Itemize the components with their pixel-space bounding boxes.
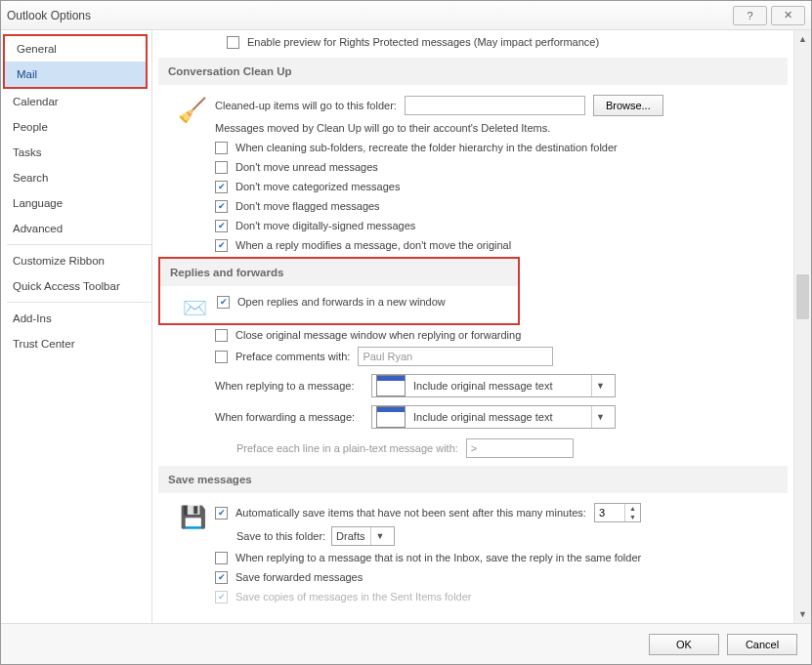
scroll-up-icon[interactable]: ▲ — [794, 30, 811, 48]
nav-advanced[interactable]: Advanced — [1, 216, 151, 241]
cleanup-cb3[interactable] — [215, 181, 228, 193]
help-button[interactable]: ? — [733, 6, 767, 25]
broom-icon: 🧹 — [178, 97, 207, 124]
when-forward-select[interactable]: Include original message text ▼ — [371, 405, 616, 429]
browse-button[interactable]: Browse... — [593, 95, 663, 116]
cleanup-note: Messages moved by Clean Up will go to th… — [215, 122, 550, 134]
nav-language[interactable]: Language — [1, 190, 151, 216]
reply-include-icon — [376, 375, 406, 396]
nav-mail[interactable]: Mail — [5, 62, 146, 87]
nav-customize-ribbon[interactable]: Customize Ribbon — [1, 248, 151, 273]
enable-preview-checkbox[interactable] — [227, 36, 239, 49]
cleanup-folder-label: Cleaned-up items will go to this folder: — [215, 100, 397, 111]
cleanup-cb1[interactable] — [215, 142, 228, 154]
section-cleanup-header: Conversation Clean Up — [158, 58, 788, 85]
cleanup-folder-input[interactable] — [405, 96, 585, 115]
nav-search[interactable]: Search — [1, 165, 151, 190]
save-forwarded-checkbox[interactable] — [215, 571, 228, 584]
enable-preview-label: Enable preview for Rights Protected mess… — [247, 36, 599, 48]
nav-calendar[interactable]: Calendar — [1, 89, 151, 114]
save-folder-select[interactable]: Drafts ▼ — [331, 526, 395, 546]
nav-people[interactable]: People — [1, 114, 151, 140]
chevron-down-icon: ▼ — [370, 527, 388, 545]
open-new-window-checkbox[interactable] — [217, 296, 230, 309]
auto-save-checkbox[interactable] — [215, 507, 228, 520]
minutes-input[interactable] — [595, 504, 624, 521]
options-window: Outlook Options ? ✕ General Mail Calenda… — [0, 0, 812, 665]
when-reply-label: When replying to a message: — [215, 380, 371, 392]
scroll-down-icon[interactable]: ▼ — [794, 605, 811, 623]
content-pane: Enable preview for Rights Protected mess… — [152, 30, 811, 623]
close-original-checkbox[interactable] — [215, 329, 228, 342]
category-sidebar: General Mail Calendar People Tasks Searc… — [1, 30, 152, 623]
same-folder-checkbox[interactable] — [215, 552, 228, 564]
dialog-footer: OK Cancel — [1, 623, 811, 664]
preface-comments-checkbox[interactable] — [215, 351, 228, 363]
when-forward-label: When forwarding a message: — [215, 411, 371, 423]
nav-general[interactable]: General — [5, 36, 146, 62]
nav-tasks[interactable]: Tasks — [1, 140, 151, 165]
ok-button[interactable]: OK — [649, 634, 719, 655]
minutes-spinner[interactable]: ▲▼ — [594, 503, 641, 522]
titlebar: Outlook Options ? ✕ — [1, 1, 811, 30]
preface-line-input — [466, 438, 574, 458]
cleanup-cb5[interactable] — [215, 220, 228, 232]
save-folder-label: Save to this folder: — [236, 530, 325, 542]
when-reply-select[interactable]: Include original message text ▼ — [371, 374, 616, 397]
forward-include-icon — [376, 406, 406, 428]
chevron-down-icon: ▼ — [591, 406, 609, 428]
cleanup-cb2[interactable] — [215, 161, 228, 174]
window-title: Outlook Options — [7, 9, 729, 22]
nav-addins[interactable]: Add-Ins — [1, 306, 151, 331]
section-save-header: Save messages — [158, 466, 788, 493]
preface-comments-input[interactable] — [358, 347, 553, 366]
chevron-down-icon: ▼ — [591, 375, 609, 396]
replies-icon: ✉️ — [183, 296, 207, 319]
cancel-button[interactable]: Cancel — [727, 634, 797, 655]
vertical-scrollbar[interactable]: ▲ ▼ — [793, 30, 811, 623]
cleanup-cb4[interactable] — [215, 200, 228, 213]
cleanup-cb6[interactable] — [215, 239, 228, 252]
nav-quick-access[interactable]: Quick Access Toolbar — [1, 273, 151, 299]
nav-trust-center[interactable]: Trust Center — [1, 331, 151, 356]
sent-items-checkbox[interactable] — [215, 591, 228, 603]
floppy-icon: 💾 — [180, 505, 206, 530]
mail-highlight: General Mail — [3, 34, 148, 89]
close-button[interactable]: ✕ — [771, 6, 805, 25]
section-replies-header: Replies and forwards — [160, 259, 518, 286]
preface-line-label: Preface each line in a plain-text messag… — [236, 442, 458, 454]
scroll-thumb[interactable] — [796, 274, 809, 319]
